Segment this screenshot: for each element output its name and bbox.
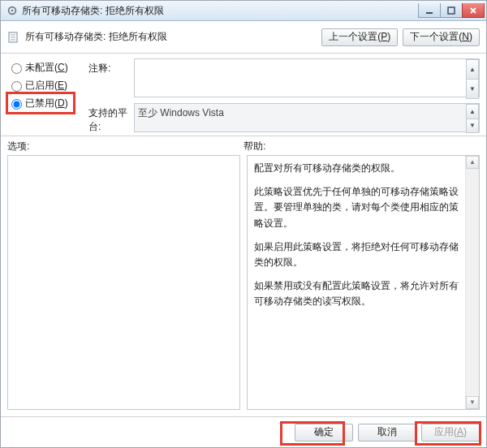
scroll-down-button[interactable]: ▼ [466, 396, 479, 409]
comment-field-box: ▲ ▼ [134, 58, 480, 100]
radio-enabled-input[interactable] [11, 81, 22, 92]
scroll-track-fill[interactable] [466, 169, 479, 396]
policy-icon [7, 31, 20, 44]
cancel-button[interactable]: 取消 [358, 424, 416, 442]
maximize-icon [447, 6, 455, 15]
policy-header: 所有可移动存储类: 拒绝所有权限 上一个设置(P) 下一个设置(N) [1, 21, 486, 54]
comment-spin-down[interactable]: ▼ [466, 80, 479, 99]
comment-textarea[interactable] [134, 58, 480, 97]
help-content: 配置对所有可移动存储类的权限。 此策略设置优先于任何单独的可移动存储策略设置。要… [254, 161, 459, 310]
help-paragraph-1: 配置对所有可移动存储类的权限。 [254, 161, 459, 176]
radio-enabled[interactable]: 已启用(E) [7, 76, 88, 94]
svg-rect-2 [426, 12, 433, 14]
scroll-up-button[interactable]: ▲ [466, 156, 479, 169]
help-paragraph-4: 如果禁用或没有配置此策略设置，将允许对所有可移动存储类的读写权限。 [254, 278, 459, 309]
lower-labels: 选项: 帮助: [1, 136, 486, 155]
policy-name: 所有可移动存储类: 拒绝所有权限 [25, 30, 317, 44]
help-paragraph-3: 如果启用此策略设置，将拒绝对任何可移动存储类的权限。 [254, 239, 459, 270]
comment-label: 注释: [88, 58, 134, 100]
cancel-button-label: 取消 [377, 425, 397, 439]
comment-spin-up[interactable]: ▲ [466, 59, 479, 80]
platform-row: 支持的平台: 至少 Windows Vista ▲ ▼ [88, 103, 480, 134]
maximize-button[interactable] [440, 3, 463, 18]
group-policy-dialog: 所有可移动存储类: 拒绝所有权限 [0, 0, 487, 448]
help-label: 帮助: [244, 140, 480, 153]
config-right: 注释: ▲ ▼ 支持的平台: 至少 Windows Vista ▲ [88, 58, 480, 134]
options-label: 选项: [7, 140, 244, 153]
dialog-button-row: 确定 取消 应用(A) [1, 416, 486, 447]
help-pane: 配置对所有可移动存储类的权限。 此策略设置优先于任何单独的可移动存储策略设置。要… [247, 155, 480, 410]
radio-not-configured[interactable]: 未配置(C) [7, 58, 88, 76]
radio-disabled-input[interactable] [11, 99, 22, 110]
window-title: 所有可移动存储类: 拒绝所有权限 [22, 4, 419, 18]
next-setting-button[interactable]: 下一个设置(N) [403, 28, 480, 46]
close-button[interactable] [462, 3, 485, 18]
config-area: 未配置(C) 已启用(E) 已禁用(D) 注释: ▲ [1, 54, 486, 136]
platform-spin-up[interactable]: ▲ [466, 104, 479, 119]
minimize-icon [425, 6, 433, 15]
svg-point-1 [11, 10, 14, 12]
ok-button[interactable]: 确定 [295, 424, 353, 442]
previous-setting-button[interactable]: 上一个设置(P) [321, 28, 398, 46]
help-paragraph-2: 此策略设置优先于任何单独的可移动存储策略设置。要管理单独的类，请对每个类使用相应… [254, 184, 459, 231]
options-pane [7, 155, 240, 410]
window-icon [6, 4, 19, 17]
scroll-icon [7, 31, 20, 44]
radio-disabled[interactable]: 已禁用(D) [7, 94, 88, 112]
apply-button-label: 应用(A) [434, 425, 467, 439]
platform-spin: ▲ ▼ [466, 104, 479, 133]
supported-platforms: 至少 Windows Vista [134, 103, 480, 132]
platform-spin-down[interactable]: ▼ [466, 119, 479, 134]
gear-icon [6, 5, 18, 16]
titlebar: 所有可移动存储类: 拒绝所有权限 [1, 1, 486, 21]
svg-rect-3 [448, 7, 455, 14]
close-icon [469, 6, 477, 15]
apply-button[interactable]: 应用(A) [421, 424, 480, 442]
window-controls [419, 3, 485, 18]
minimize-button[interactable] [418, 3, 441, 18]
platform-field-box: 至少 Windows Vista ▲ ▼ [134, 103, 480, 134]
lower-panes: 配置对所有可移动存储类的权限。 此策略设置优先于任何单独的可移动存储策略设置。要… [1, 155, 486, 416]
state-radios: 未配置(C) 已启用(E) 已禁用(D) [7, 58, 88, 134]
comment-spin: ▲ ▼ [466, 59, 479, 99]
platform-label: 支持的平台: [88, 103, 134, 134]
help-scrollbar[interactable]: ▲ ▼ [465, 156, 479, 409]
ok-button-label: 确定 [314, 425, 334, 439]
comment-row: 注释: ▲ ▼ [88, 58, 480, 100]
client-area: 所有可移动存储类: 拒绝所有权限 上一个设置(P) 下一个设置(N) 未配置(C… [1, 21, 486, 447]
radio-not-configured-input[interactable] [11, 63, 22, 74]
